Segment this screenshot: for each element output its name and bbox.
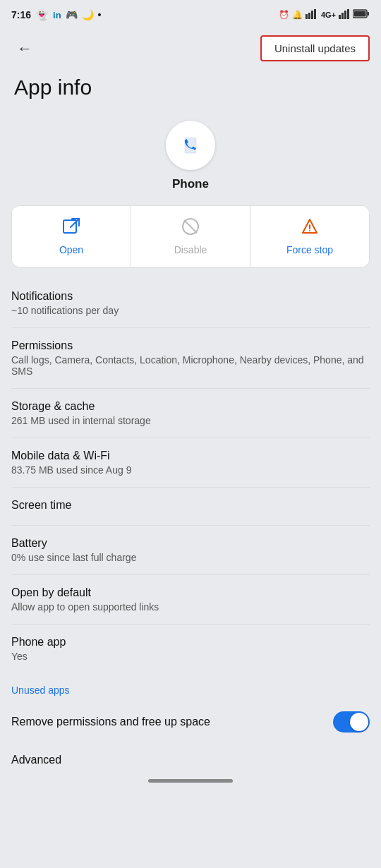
- advanced-label[interactable]: Advanced: [0, 742, 381, 772]
- force-stop-icon: [301, 217, 319, 240]
- permissions-subtitle: Call logs, Camera, Contacts, Location, M…: [11, 354, 370, 377]
- time-display: 7:16: [11, 9, 31, 20]
- action-buttons-row: Open Disable Force stop: [11, 205, 370, 267]
- permissions-title: Permissions: [11, 339, 370, 352]
- alarm-icon: ⏰: [279, 10, 289, 20]
- svg-rect-5: [341, 13, 344, 19]
- signal-bars-icon: [339, 9, 350, 21]
- storage-subtitle: 261 MB used in internal storage: [11, 415, 151, 426]
- storage-title: Storage & cache: [11, 400, 151, 413]
- remove-permissions-toggle-item: Remove permissions and free up space: [0, 701, 381, 742]
- svg-rect-10: [354, 11, 366, 17]
- force-stop-label: Force stop: [286, 244, 333, 255]
- svg-rect-2: [311, 11, 313, 19]
- ghost-icon: 👻: [35, 8, 49, 21]
- open-by-default-item[interactable]: Open by default Allow app to open suppor…: [11, 575, 370, 625]
- page-title: App info: [0, 68, 381, 114]
- svg-rect-9: [368, 12, 370, 16]
- open-icon: [62, 217, 80, 240]
- mobile-data-title: Mobile data & Wi-Fi: [11, 450, 131, 462]
- battery-icon: [353, 9, 370, 20]
- game-icon: 🎮: [66, 9, 78, 20]
- volume-icon: 🔔: [292, 10, 303, 20]
- unused-apps-label: Unused apps: [0, 673, 381, 701]
- signal4g-icon: 4G+: [321, 11, 336, 19]
- bottom-bar: [0, 772, 381, 794]
- top-bar: ← Uninstall updates: [0, 28, 381, 68]
- disable-button[interactable]: Disable: [131, 206, 250, 267]
- status-right: ⏰ 🔔 4G+: [279, 9, 370, 21]
- svg-rect-1: [308, 13, 310, 19]
- open-by-default-subtitle: Allow app to open supported links: [11, 601, 159, 613]
- open-button[interactable]: Open: [12, 206, 131, 267]
- home-indicator: [148, 779, 233, 783]
- network-icon: [306, 9, 318, 20]
- svg-rect-6: [344, 11, 346, 19]
- app-icon-section: Phone: [0, 114, 381, 205]
- phone-app-item[interactable]: Phone app Yes: [11, 625, 370, 673]
- svg-rect-3: [314, 9, 316, 19]
- mobile-data-item[interactable]: Mobile data & Wi-Fi 83.75 MB used since …: [11, 438, 370, 488]
- permissions-item[interactable]: Permissions Call logs, Camera, Contacts,…: [11, 328, 370, 389]
- remove-permissions-toggle[interactable]: [333, 711, 370, 733]
- moon-icon: 🌙: [82, 9, 94, 20]
- remove-permissions-label: Remove permissions and free up space: [11, 716, 333, 728]
- uninstall-updates-button[interactable]: Uninstall updates: [260, 35, 370, 61]
- phone-app-title: Phone app: [11, 636, 66, 649]
- screen-time-item[interactable]: Screen time: [11, 488, 370, 526]
- battery-title: Battery: [11, 537, 136, 550]
- status-left: 7:16 👻 in 🎮 🌙 •: [11, 8, 102, 21]
- mobile-data-subtitle: 83.75 MB used since Aug 9: [11, 464, 131, 476]
- app-name: Phone: [172, 177, 209, 191]
- svg-rect-0: [306, 14, 308, 19]
- linkedin-icon: in: [53, 10, 61, 20]
- notifications-subtitle: ~10 notifications per day: [11, 305, 119, 316]
- battery-item[interactable]: Battery 0% use since last full charge: [11, 526, 370, 575]
- disable-icon: [181, 217, 200, 240]
- phone-app-subtitle: Yes: [11, 651, 66, 662]
- svg-point-16: [309, 230, 310, 231]
- open-label: Open: [59, 244, 83, 255]
- force-stop-button[interactable]: Force stop: [250, 206, 369, 267]
- status-bar: 7:16 👻 in 🎮 🌙 • ⏰ 🔔 4G+: [0, 0, 381, 28]
- svg-rect-4: [339, 15, 341, 19]
- notifications-title: Notifications: [11, 290, 119, 303]
- notifications-item[interactable]: Notifications ~10 notifications per day: [11, 279, 370, 328]
- open-by-default-title: Open by default: [11, 586, 159, 599]
- disable-label: Disable: [174, 244, 207, 255]
- battery-subtitle: 0% use since last full charge: [11, 552, 136, 563]
- phone-icon-svg: [177, 132, 204, 159]
- svg-rect-7: [347, 9, 349, 19]
- svg-line-14: [184, 220, 197, 233]
- settings-list: Notifications ~10 notifications per day …: [0, 279, 381, 673]
- storage-item[interactable]: Storage & cache 261 MB used in internal …: [11, 389, 370, 438]
- app-icon: [166, 121, 215, 170]
- dot-icon: •: [98, 9, 102, 20]
- svg-rect-12: [64, 220, 76, 233]
- back-button[interactable]: ←: [11, 37, 38, 61]
- screen-time-title: Screen time: [11, 499, 71, 512]
